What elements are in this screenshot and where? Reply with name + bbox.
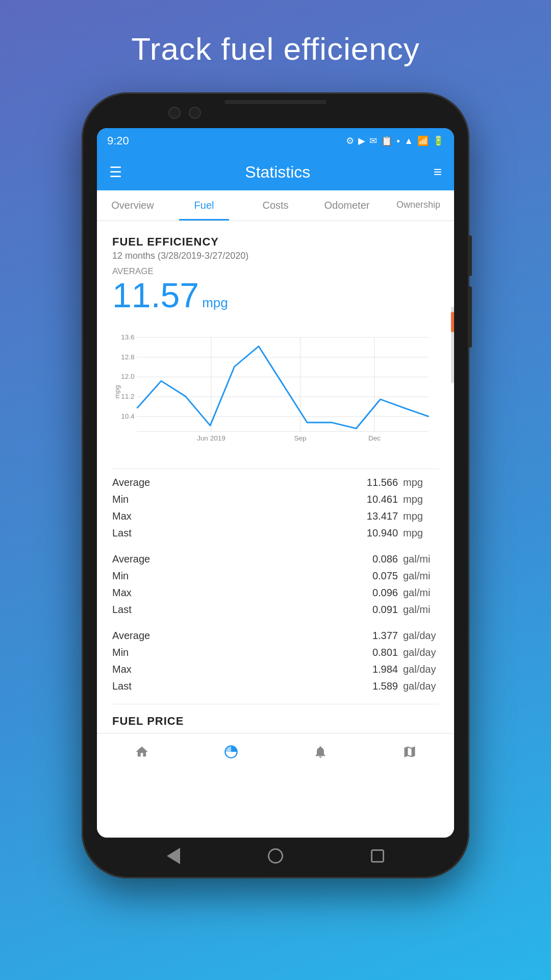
stat-label: Last (112, 604, 132, 616)
stat-value: 0.096 (352, 587, 398, 599)
stat-row-last-mpg: Last 10.940 mpg (112, 525, 439, 542)
stat-label: Max (112, 664, 132, 675)
power-button (468, 235, 472, 276)
svg-text:Jun 2019: Jun 2019 (197, 434, 226, 442)
status-icons: ⚙ ▶ ✉ 📋 ● ▲ 📶 🔋 (346, 135, 444, 146)
stat-unit: gal/day (403, 630, 439, 642)
stat-unit: gal/day (403, 664, 439, 675)
filter-icon[interactable]: ≡ (434, 164, 442, 180)
camera-right (189, 107, 201, 119)
stat-unit: gal/day (403, 680, 439, 692)
svg-text:10.4: 10.4 (121, 412, 135, 420)
nav-alerts[interactable] (276, 745, 365, 763)
chart-area: 13.6 12.8 12.0 11.2 10.4 mpg Jun 2019 Se… (112, 321, 439, 453)
stat-value: 13.417 (352, 510, 398, 522)
svg-text:12.0: 12.0 (121, 373, 135, 380)
menu-icon[interactable]: ☰ (109, 164, 122, 181)
nav-map[interactable] (365, 745, 454, 763)
speaker (224, 100, 327, 104)
stat-unit: gal/mi (403, 604, 439, 616)
stat-label: Max (112, 510, 132, 522)
phone-screen: 9:20 ⚙ ▶ ✉ 📋 ● ▲ 📶 🔋 ☰ Statistics ≡ (97, 128, 454, 838)
stat-unit: mpg (403, 477, 439, 488)
stat-row-last-galmi: Last 0.091 gal/mi (112, 601, 439, 618)
back-button[interactable] (164, 846, 183, 866)
chart-line (137, 346, 429, 428)
bell-icon (313, 745, 328, 763)
stat-row-max-galday: Max 1.984 gal/day (112, 661, 439, 678)
home-icon (135, 745, 149, 763)
stat-label: Average (112, 553, 150, 565)
stat-value: 1.377 (352, 630, 398, 642)
status-time: 9:20 (107, 134, 129, 148)
average-number: 11.57 (112, 278, 199, 312)
play-icon: ▶ (358, 135, 365, 146)
status-bar: 9:20 ⚙ ▶ ✉ 📋 ● ▲ 📶 🔋 (97, 128, 454, 154)
stats-galday-group: Average 1.377 gal/day Min 0.801 gal/day (112, 627, 439, 695)
stat-label: Last (112, 680, 132, 692)
stat-unit: mpg (403, 494, 439, 505)
stat-row-avg-galday: Average 1.377 gal/day (112, 627, 439, 644)
stat-label: Average (112, 630, 150, 642)
dot-icon: ● (396, 137, 400, 144)
stat-label: Max (112, 587, 132, 599)
email-icon: ✉ (369, 135, 377, 146)
svg-text:12.8: 12.8 (121, 353, 134, 361)
average-unit: mpg (202, 295, 228, 311)
stats-mpg-group: Average 11.566 mpg Min 10.461 mpg (112, 474, 439, 542)
wifi-icon: ▲ (404, 136, 413, 146)
nav-home[interactable] (97, 745, 186, 763)
settings-icon: ⚙ (346, 135, 354, 146)
average-label: AVERAGE (112, 266, 439, 277)
stat-row-max-mpg: Max 13.417 mpg (112, 508, 439, 525)
svg-text:11.2: 11.2 (121, 393, 134, 400)
stat-unit: mpg (403, 527, 439, 539)
nav-stats[interactable] (186, 745, 276, 763)
stat-row-min-mpg: Min 10.461 mpg (112, 491, 439, 508)
stat-row-max-galmi: Max 0.096 gal/mi (112, 584, 439, 601)
section-subtitle: 12 months (3/28/2019-3/27/2020) (112, 251, 439, 261)
fuel-efficiency-card: FUEL EFFICIENCY 12 months (3/28/2019-3/2… (97, 221, 454, 469)
main-content: FUEL EFFICIENCY 12 months (3/28/2019-3/2… (97, 221, 454, 838)
map-icon (403, 745, 417, 763)
stat-label: Min (112, 570, 129, 582)
signal-icon: 📶 (417, 135, 429, 146)
stat-unit: mpg (403, 510, 439, 522)
phone-outer: 9:20 ⚙ ▶ ✉ 📋 ● ▲ 📶 🔋 ☰ Statistics ≡ (82, 92, 469, 878)
home-button[interactable] (266, 846, 285, 866)
tab-ownership[interactable]: Ownership (383, 190, 454, 220)
scroll-thumb (451, 312, 454, 332)
svg-text:mpg: mpg (113, 385, 121, 399)
fuel-price-title: FUEL PRICE (97, 704, 454, 733)
bottom-nav (97, 733, 454, 774)
stat-label: Min (112, 647, 129, 658)
tab-costs[interactable]: Costs (240, 190, 311, 220)
svg-text:Dec: Dec (368, 434, 381, 442)
stat-value: 0.086 (352, 553, 398, 565)
fuel-chart: 13.6 12.8 12.0 11.2 10.4 mpg Jun 2019 Se… (112, 321, 439, 453)
recents-button[interactable] (368, 846, 387, 866)
tab-overview[interactable]: Overview (97, 190, 168, 220)
stat-label: Average (112, 477, 150, 488)
scroll-indicator[interactable] (451, 307, 454, 383)
volume-button (468, 286, 472, 348)
section-title-fuel: FUEL EFFICIENCY (112, 235, 439, 249)
stat-unit: gal/mi (403, 553, 439, 565)
stat-value: 1.589 (352, 680, 398, 692)
stats-galmi-group: Average 0.086 gal/mi Min 0.075 gal/mi (112, 551, 439, 618)
stat-value: 10.940 (352, 527, 398, 539)
stat-row-min-galmi: Min 0.075 gal/mi (112, 568, 439, 584)
tab-fuel[interactable]: Fuel (168, 190, 240, 220)
phone-bottom-bar (82, 846, 469, 866)
stat-unit: gal/mi (403, 570, 439, 582)
stat-unit: gal/day (403, 647, 439, 658)
stat-row-min-galday: Min 0.801 gal/day (112, 644, 439, 661)
stat-label: Last (112, 527, 132, 539)
svg-text:13.6: 13.6 (121, 333, 134, 341)
stat-unit: gal/mi (403, 587, 439, 599)
stat-value: 1.984 (352, 664, 398, 675)
stat-value: 11.566 (352, 477, 398, 488)
stat-row-avg-galmi: Average 0.086 gal/mi (112, 551, 439, 568)
battery-icon: 🔋 (433, 135, 444, 146)
tab-odometer[interactable]: Odometer (311, 190, 383, 220)
